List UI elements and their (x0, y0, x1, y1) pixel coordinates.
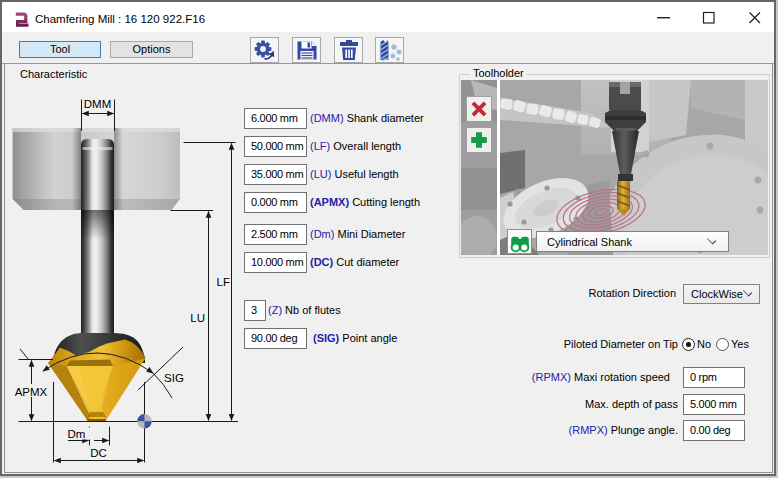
svg-text:DC: DC (90, 447, 107, 459)
svg-text:LU: LU (190, 312, 205, 324)
svg-text:DMM: DMM (84, 98, 111, 110)
svg-text:LF: LF (217, 276, 230, 288)
svg-text:Dm: Dm (68, 428, 86, 440)
svg-text:SIG: SIG (164, 372, 184, 384)
svg-text:APMX: APMX (15, 386, 48, 398)
